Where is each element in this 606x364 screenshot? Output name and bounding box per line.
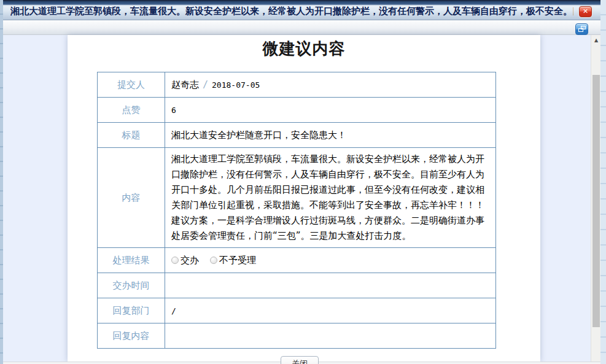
reply-content-value — [165, 323, 496, 349]
radio-option-reject[interactable]: 不予受理 — [210, 253, 256, 268]
reply-dept-value: / — [165, 298, 496, 323]
result-cell: 交办 不予受理 — [165, 248, 496, 273]
table-row-reply-content: 回复内容 — [98, 323, 496, 349]
dialog-toolbar — [3, 20, 600, 35]
suggestion-detail-table: 提交人 赵奇志/2018-07-05 点赞 6 标题 湘北大道安全护栏随意开口，… — [97, 72, 496, 349]
page-body: 微建议内容 提交人 赵奇志/2018-07-05 点赞 6 标题 湘北大道安全护… — [68, 35, 540, 362]
row-label: 回复部门 — [98, 298, 165, 323]
row-label: 内容 — [98, 148, 165, 248]
radio-label: 交办 — [181, 253, 199, 268]
submit-date: 2018-07-05 — [212, 80, 260, 90]
row-label: 交办时间 — [98, 273, 165, 298]
likes-count: 6 — [165, 98, 496, 123]
row-label: 回复内容 — [98, 323, 165, 349]
radio-label: 不予受理 — [219, 253, 256, 268]
micro-suggestion-dialog: 湘北大道理工学院至郭镇段，车流量很大。新设安全护栏以来，经常被人为开口撤除护栏，… — [3, 0, 600, 364]
radio-icon[interactable] — [210, 257, 217, 264]
dialog-titlebar: 湘北大道理工学院至郭镇段，车流量很大。新设安全护栏以来，经常被人为开口撤除护栏，… — [3, 0, 600, 20]
close-icon[interactable]: ✕ — [579, 6, 592, 17]
radio-option-assign[interactable]: 交办 — [171, 253, 199, 268]
table-row-result: 处理结果 交办 不予受理 — [98, 248, 496, 273]
page-title: 微建议内容 — [68, 38, 540, 60]
submitter-cell: 赵奇志/2018-07-05 — [165, 72, 496, 98]
dialog-content: 微建议内容 提交人 赵奇志/2018-07-05 点赞 6 标题 湘北大道安全护… — [3, 35, 600, 362]
restore-rect-front — [581, 26, 586, 29]
row-label: 提交人 — [98, 72, 165, 98]
suggestion-title: 湘北大道安全护栏随意开口，安全隐患大！ — [165, 123, 496, 148]
submitter-name: 赵奇志 — [171, 79, 199, 90]
result-radio-group: 交办 不予受理 — [171, 253, 492, 268]
vertical-scrollbar[interactable]: ▲ — [591, 35, 600, 362]
table-row-likes: 点赞 6 — [98, 98, 496, 123]
table-row-content: 内容 湘北大道理工学院至郭镇段，车流量很大。新设安全护栏以来，经常被人为开口撤除… — [98, 148, 496, 248]
table-row-submitter: 提交人 赵奇志/2018-07-05 — [98, 72, 496, 98]
suggestion-content: 湘北大道理工学院至郭镇段，车流量很大。新设安全护栏以来，经常被人为开口撤除护栏，… — [165, 148, 496, 248]
table-row-assign-time: 交办时间 — [98, 273, 496, 298]
dialog-title: 湘北大道理工学院至郭镇段，车流量很大。新设安全护栏以来，经常被人为开口撤除护栏，… — [10, 6, 573, 17]
row-label: 处理结果 — [98, 248, 165, 273]
row-label: 标题 — [98, 123, 165, 148]
radio-icon[interactable] — [171, 257, 179, 264]
background-page-right-edge — [600, 0, 606, 364]
submitter-separator: / — [199, 79, 212, 90]
scrollbar-thumb[interactable] — [592, 75, 600, 327]
table-row-title: 标题 湘北大道安全护栏随意开口，安全隐患大！ — [98, 123, 496, 148]
close-page-button[interactable]: 关闭 — [281, 356, 319, 364]
scroll-up-icon[interactable]: ▲ — [591, 36, 601, 45]
assign-time-value — [165, 273, 496, 298]
row-label: 点赞 — [98, 98, 165, 123]
restore-window-icon[interactable] — [575, 23, 588, 35]
table-row-reply-dept: 回复部门 / — [98, 298, 496, 323]
